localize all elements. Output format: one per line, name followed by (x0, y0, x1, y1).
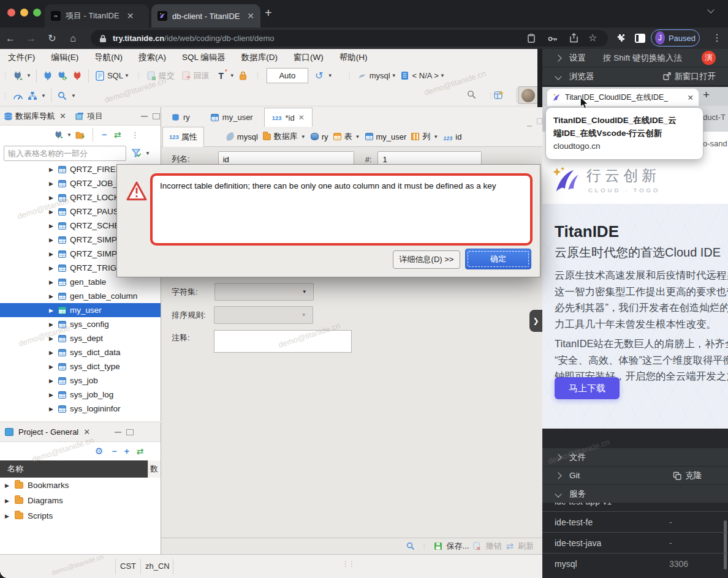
rollback-icon[interactable] (181, 70, 192, 81)
new-connection-icon[interactable]: + (12, 70, 23, 81)
settings-section-row[interactable]: 设置 按 Shift 键切换输入法 演 (542, 49, 728, 67)
home-icon[interactable]: ⌂ (63, 33, 83, 44)
expand-arrow-icon[interactable]: ▶ (5, 498, 15, 504)
collation-select[interactable]: ▼ (214, 306, 313, 324)
expand-arrow-icon[interactable]: ▶ (49, 406, 58, 412)
table-tree-item[interactable]: ▶ sys_config (0, 317, 161, 331)
expand-panel-handle[interactable]: ❯ (529, 310, 542, 332)
chevron-down-icon[interactable]: ▼ (301, 134, 306, 140)
expand-arrow-icon[interactable]: ▶ (49, 307, 58, 313)
maximize-editor-icon[interactable] (537, 118, 542, 124)
browser-section-row[interactable]: 浏览器 新窗口打开 (542, 67, 728, 85)
timezone-cell[interactable]: CST (120, 561, 136, 571)
maximize-panel-icon[interactable] (153, 113, 160, 119)
back-icon[interactable]: ← (0, 33, 21, 44)
filter-funnel-icon[interactable] (131, 148, 142, 159)
name-column-header[interactable]: 名称 (0, 460, 148, 478)
close-panel-icon[interactable]: ✕ (83, 427, 90, 437)
active-database-label[interactable]: mysql (370, 71, 390, 80)
history-dropdown-icon[interactable]: ▼ (328, 73, 333, 78)
minimize-panel-icon[interactable] (141, 116, 148, 117)
find-icon[interactable] (406, 542, 415, 550)
expand-arrow-icon[interactable]: ▶ (5, 513, 15, 519)
clipboard-icon[interactable] (527, 34, 536, 45)
expand-arrow-icon[interactable]: ▶ (49, 251, 58, 257)
kebab-menu-icon[interactable]: ⋮ (712, 32, 722, 43)
undo-button[interactable]: 撤销 (485, 541, 501, 552)
open-new-window-label[interactable]: 新窗口打开 (675, 71, 716, 82)
expand-arrow-icon[interactable]: ▶ (49, 167, 58, 173)
type-column-header[interactable]: 数 (148, 460, 161, 478)
breadcrumb-item[interactable]: id (443, 132, 461, 141)
tab-project-general[interactable]: Project - General (18, 427, 78, 437)
traffic-minimize-button[interactable] (20, 9, 28, 17)
commit-label[interactable]: 提交 (159, 70, 175, 81)
service-row[interactable]: ide-test-java - (542, 533, 728, 554)
driver-manager-icon[interactable] (27, 90, 38, 101)
close-tab-icon[interactable]: ✕ (247, 11, 254, 21)
breadcrumb-item[interactable]: ry (311, 132, 328, 141)
close-tab-icon[interactable]: ✕ (688, 93, 694, 102)
menu-item[interactable]: SQL 编辑器 (174, 52, 233, 63)
sql-dropdown-icon[interactable]: ▼ (124, 73, 129, 78)
menu-item[interactable]: 帮助(H) (332, 52, 376, 63)
quick-search-icon[interactable] (467, 90, 476, 101)
ok-button[interactable]: 确定 (465, 249, 531, 269)
git-section-row[interactable]: Git 克隆 (542, 467, 728, 484)
view-menu-icon[interactable]: ⋮ (131, 130, 139, 140)
customize-perspective-icon[interactable] (494, 90, 504, 102)
search-icon[interactable] (57, 90, 68, 101)
expand-arrow-icon[interactable]: ▶ (49, 279, 58, 285)
sql-editor-label[interactable]: SQL (107, 71, 123, 80)
menu-item[interactable]: 数据库(D) (233, 52, 286, 63)
reload-icon[interactable]: ↻ (42, 32, 63, 44)
charset-select[interactable]: ▼ (214, 283, 314, 301)
expand-arrow-icon[interactable]: ▶ (49, 181, 58, 187)
expand-arrow-icon[interactable]: ▶ (49, 209, 58, 215)
filter-dropdown-icon[interactable]: ▼ (145, 151, 150, 156)
menu-item[interactable]: 导航(N) (86, 52, 131, 63)
password-key-icon[interactable] (548, 35, 558, 44)
expand-arrow-icon[interactable]: ▶ (49, 364, 58, 370)
table-tree-item[interactable]: ▶ gen_table_column (0, 289, 161, 303)
side-panel-icon[interactable] (635, 34, 645, 43)
commit-icon[interactable] (146, 70, 157, 81)
close-tab-icon[interactable]: ✕ (127, 11, 134, 21)
schema-selector-label[interactable]: < N/A > (412, 71, 439, 80)
project-tree-item[interactable]: ▶ Diagrams (0, 493, 161, 508)
chevron-down-icon[interactable]: ▼ (355, 134, 360, 140)
details-button[interactable]: 详细信息(D) >> (393, 250, 460, 269)
tab-database-navigator[interactable]: 数据库导航 (15, 111, 55, 122)
browser-tab-project[interactable]: ‹› 项目 - TitanIDE ✕ (45, 4, 149, 28)
expand-arrow-icon[interactable]: ▶ (49, 223, 58, 229)
maximize-panel-icon[interactable] (126, 429, 134, 435)
autocommit-mode-box[interactable]: Auto (267, 68, 308, 83)
project-tree-item[interactable]: ▶ Bookmarks (0, 478, 161, 493)
link-editor-icon[interactable]: ⇄ (137, 446, 144, 456)
close-panel-icon[interactable]: ✕ (59, 111, 66, 121)
lock-autocommit-icon[interactable] (238, 70, 249, 81)
breadcrumb-item[interactable]: 数据库 ▼ (263, 131, 306, 142)
new-tab-button[interactable]: + (265, 6, 272, 20)
tab-project[interactable]: 项目 (87, 111, 103, 122)
address-bar[interactable]: try.titanide.cn/ide/web/coding/db-client… (91, 30, 608, 47)
new-sql-editor-icon[interactable] (94, 70, 105, 81)
new-connection-dropdown-icon[interactable]: ▼ (26, 73, 31, 78)
transaction-log-icon[interactable]: T* (216, 70, 227, 81)
table-tree-item[interactable]: ▶ sys_dict_data (0, 345, 161, 359)
schema-dropdown-icon[interactable]: ▼ (440, 73, 445, 78)
bookmark-star-icon[interactable]: ☆ (588, 32, 597, 43)
comment-input[interactable] (214, 330, 352, 353)
new-folder-icon[interactable]: + (75, 129, 86, 140)
refresh-icon[interactable]: ⇄ (506, 541, 514, 552)
refresh-button[interactable]: 刷新 (518, 541, 534, 552)
undo-icon[interactable] (473, 542, 481, 550)
new-tab-button[interactable]: + (703, 88, 710, 102)
open-new-window-icon[interactable] (663, 72, 671, 80)
share-icon[interactable] (570, 33, 578, 45)
database-dropdown-icon[interactable]: ▼ (392, 73, 396, 78)
settings-gear-icon[interactable]: ⚙ (95, 446, 103, 457)
expand-arrow-icon[interactable]: ▶ (49, 195, 58, 201)
files-section-row[interactable]: 文件 (542, 448, 728, 466)
chevron-down-icon[interactable]: ▼ (433, 134, 438, 140)
